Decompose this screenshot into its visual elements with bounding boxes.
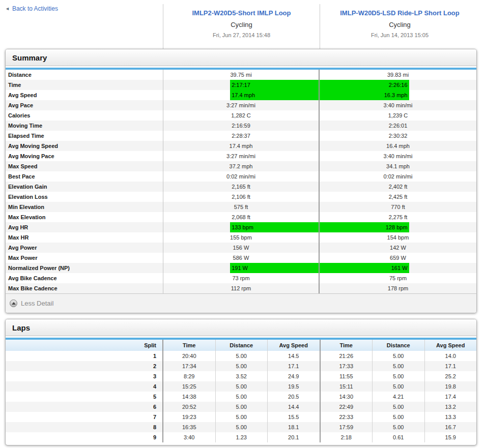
- laps-row: 816:355.0018.117:595.0016.7: [6, 422, 476, 432]
- lap-value-cell: 13.2: [424, 402, 477, 412]
- highlight-bar: 2:26:16: [320, 80, 409, 90]
- lap-value-cell: 15.9: [424, 432, 477, 442]
- lap-value-cell: 17:33: [320, 361, 373, 371]
- highlight-bar: 128 bpm: [320, 222, 409, 232]
- lap-value-cell: 2:18: [320, 432, 373, 442]
- summary-value-activity-2: 3:40 min/mi: [320, 151, 476, 161]
- summary-row: Avg Bike Cadence73 rpm75 rpm: [6, 273, 476, 283]
- activity-2-type: Cycling: [320, 21, 479, 28]
- summary-row: Min Elevation575 ft770 ft: [6, 202, 476, 212]
- back-arrow-icon: ◄: [5, 7, 10, 11]
- lap-value-cell: 15.5: [267, 412, 320, 422]
- summary-value-activity-1: 73 rpm: [163, 273, 320, 283]
- summary-value-activity-1: 155 bpm: [163, 232, 320, 243]
- summary-row-label: Elapsed Time: [6, 131, 163, 141]
- lap-value-cell: 20:52: [163, 402, 215, 412]
- summary-value-activity-1: 39.75 mi: [163, 70, 320, 80]
- lap-value-cell: 18.1: [267, 422, 320, 432]
- summary-value-activity-1: 2:17:17: [163, 80, 320, 90]
- lap-value-cell: 5.00: [215, 351, 268, 361]
- highlight-bar: 2:17:17: [230, 80, 319, 90]
- summary-row: Time2:17:172:26:16: [6, 80, 476, 90]
- laps-row: 719:235.0015.522:335.0013.3: [6, 412, 476, 422]
- summary-row: Normalized Power (NP)191 W161 W: [6, 263, 476, 273]
- summary-value-activity-1: 2,165 ft: [163, 182, 320, 192]
- summary-value-activity-1: 2,106 ft: [163, 192, 320, 202]
- summary-row-label: Distance: [6, 70, 163, 80]
- summary-value-activity-1: 17.4 mph: [163, 141, 320, 151]
- summary-row: Max HR155 bpm154 bpm: [6, 232, 476, 243]
- highlight-bar: 17.4 mph: [230, 90, 319, 100]
- activity-header-2: IMLP-W20D5-LSD Ride-LP Short Loop Cyclin…: [320, 4, 479, 49]
- summary-value-activity-1: 586 W: [163, 253, 320, 263]
- lap-value-cell: 16:35: [163, 422, 215, 432]
- summary-row-label: Normalized Power (NP): [6, 263, 163, 273]
- lap-value-cell: 5.00: [372, 381, 424, 392]
- summary-row: Max Elevation2,068 ft2,275 ft: [6, 212, 476, 222]
- summary-row-label: Max Bike Cadence: [6, 283, 163, 293]
- highlight-bar: 191 W: [230, 263, 319, 273]
- laps-header-row: SplitTimeDistanceAvg SpeedTimeDistanceAv…: [6, 340, 476, 351]
- lap-value-cell: 20.5: [267, 392, 320, 402]
- lap-value-cell: 22:49: [320, 402, 373, 412]
- summary-row: Distance39.75 mi39.83 mi: [6, 70, 476, 80]
- summary-row: Elevation Gain2,165 ft2,402 ft: [6, 182, 476, 192]
- summary-value-activity-1: 17.4 mph: [163, 90, 320, 100]
- lap-value-cell: 22:33: [320, 412, 373, 422]
- summary-value-activity-2: 178 rpm: [320, 283, 476, 293]
- summary-value-activity-1: 3:27 min/mi: [163, 100, 320, 110]
- activity-2-title[interactable]: IMLP-W20D5-LSD Ride-LP Short Loop: [320, 4, 479, 17]
- summary-row: Best Pace0:02 min/mi0:02 min/mi: [6, 171, 476, 182]
- lap-value-cell: 17.1: [424, 361, 477, 371]
- lap-split-number: 3: [6, 371, 163, 381]
- lap-value-cell: 25.2: [424, 371, 477, 381]
- summary-value-activity-2: 34.1 mph: [320, 161, 476, 171]
- laps-header-cell: Time: [163, 340, 215, 351]
- laps-row: 514:385.0020.514:304.2117.4: [6, 392, 476, 402]
- laps-panel-title: Laps: [6, 319, 476, 336]
- activity-1-type: Cycling: [163, 21, 320, 28]
- lap-value-cell: 0.61: [372, 432, 424, 442]
- lap-value-cell: 24.9: [267, 371, 320, 381]
- summary-row-label: Max Elevation: [6, 212, 163, 222]
- lap-value-cell: 14:30: [320, 392, 373, 402]
- summary-value-activity-2: 2,402 ft: [320, 182, 476, 192]
- activity-1-title[interactable]: IMLP2-W20D5-Short IMLP Loop: [163, 4, 320, 17]
- lap-value-cell: 5.00: [215, 422, 268, 432]
- less-detail-label: Less Detail: [21, 300, 53, 307]
- back-to-activities-link[interactable]: ◄ Back to Activities: [5, 5, 58, 12]
- lap-split-number: 4: [6, 381, 163, 392]
- lap-split-number: 2: [6, 361, 163, 371]
- summary-row: Avg Pace3:27 min/mi3:40 min/mi: [6, 100, 476, 110]
- lap-value-cell: 11:55: [320, 371, 373, 381]
- summary-value-activity-1: 156 W: [163, 243, 320, 253]
- summary-row-label: Elevation Loss: [6, 192, 163, 202]
- summary-value-activity-1: 3:27 min/mi: [163, 151, 320, 161]
- summary-row: Avg Speed17.4 mph16.3 mph: [6, 90, 476, 100]
- lap-value-cell: 5.00: [215, 381, 268, 392]
- lap-value-cell: 15:25: [163, 381, 215, 392]
- highlight-bar: 133 bpm: [230, 222, 319, 232]
- summary-row-label: Time: [6, 80, 163, 90]
- summary-value-activity-1: 191 W: [163, 263, 320, 273]
- summary-value-activity-2: 161 W: [320, 263, 476, 273]
- summary-row: Calories1,282 C1,239 C: [6, 110, 476, 121]
- summary-value-activity-1: 133 bpm: [163, 222, 320, 232]
- summary-value-activity-2: 39.83 mi: [320, 70, 476, 80]
- lap-value-cell: 5.00: [372, 412, 424, 422]
- lap-value-cell: 5.00: [372, 402, 424, 412]
- summary-row-label: Best Pace: [6, 171, 163, 182]
- summary-value-activity-2: 128 bpm: [320, 222, 476, 232]
- laps-row: 38:293.5224.911:555.0025.2: [6, 371, 476, 381]
- summary-row: Avg Moving Speed17.4 mph16.4 mph: [6, 141, 476, 151]
- lap-value-cell: 5.00: [372, 422, 424, 432]
- less-detail-button[interactable]: Less Detail: [6, 294, 476, 313]
- summary-row: Max Speed37.2 mph34.1 mph: [6, 161, 476, 171]
- lap-split-number: 1: [6, 351, 163, 361]
- lap-value-cell: 13.3: [424, 412, 477, 422]
- summary-row-label: Max Power: [6, 253, 163, 263]
- summary-value-activity-2: 3:40 min/mi: [320, 100, 476, 110]
- summary-row-label: Avg HR: [6, 222, 163, 232]
- lap-value-cell: 17.4: [424, 392, 477, 402]
- lap-value-cell: 20:40: [163, 351, 215, 361]
